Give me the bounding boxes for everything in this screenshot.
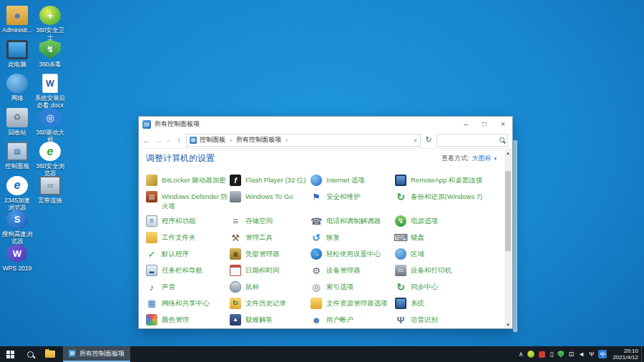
control-panel-item[interactable]: ▤ Windows Defender 防火墙 [146, 191, 230, 210]
breadcrumb-control-panel[interactable]: 控制面板 [200, 135, 225, 145]
control-panel-item[interactable]: RemoteApp 和桌面连接 [395, 175, 497, 186]
shield-tray-icon[interactable] [557, 351, 564, 358]
control-panel-item[interactable]: ▲ 疑难解答 [230, 314, 311, 326]
file-explorer-button[interactable] [40, 346, 60, 362]
task-button-control-panel[interactable]: ▤ 所有控制面板项 [63, 346, 130, 362]
ime-tray-icon[interactable]: 中 [598, 350, 607, 358]
control-panel-item[interactable]: ↺ 恢复 [311, 232, 395, 243]
desktop-icon[interactable]: ↯ 360杀毒 [34, 40, 67, 74]
bitlocker-icon [146, 175, 157, 186]
control-panel-item[interactable]: 日期和时间 [230, 265, 311, 276]
volume-tray-icon[interactable]: ◄ [578, 351, 585, 358]
search-input[interactable] [440, 135, 499, 145]
view-by-caret-icon[interactable]: ▾ [494, 156, 497, 162]
view-by-value[interactable]: 大图标 [472, 154, 491, 163]
control-panel-item[interactable]: f Flash Player (32 位) [230, 175, 311, 186]
control-panel-item-label: 设备管理器 [326, 265, 361, 275]
network-sharing-icon: ▦ [146, 298, 157, 309]
taskbar-search-button[interactable] [20, 346, 40, 362]
desktop-icon[interactable]: W WPS 2019 [1, 244, 34, 278]
devices-printers-icon: ▭ [395, 265, 406, 276]
control-panel-item[interactable]: Ψ 语音识别 [395, 314, 497, 326]
360-safeguard-icon: + [39, 6, 61, 25]
control-panel-item[interactable]: Internet 选项 [311, 175, 395, 186]
desktop-icon[interactable]: W 系统安装后必看.docx [34, 74, 67, 108]
forward-button[interactable]: → [154, 136, 164, 145]
display-tray-icon[interactable]: ⊡ [568, 351, 574, 358]
desktop-icon[interactable]: e 360安全浏览器 [34, 142, 67, 176]
control-panel-item[interactable]: ☎ 电话和调制解调器 [311, 215, 395, 227]
remoteapp-icon [395, 175, 406, 186]
hidden-icons-chevron[interactable]: ∧ [519, 351, 524, 358]
desktop-icon[interactable]: + 360安全卫士 [34, 6, 67, 40]
control-panel-item[interactable]: ◎ 索引选项 [311, 281, 395, 293]
control-panel-item[interactable]: ▣ 凭据管理器 [230, 248, 311, 260]
control-panel-item[interactable]: BitLocker 驱动器加密 [146, 175, 230, 186]
usb-tray-icon[interactable]: Ψ [589, 351, 595, 358]
control-panel-item-label: 鼠标 [245, 281, 259, 291]
control-panel-item[interactable]: ↯ 电源选项 [395, 215, 497, 227]
control-panel-item[interactable]: ≡ 存储空间 [230, 215, 311, 227]
control-panel-item-label: 键盘 [411, 232, 424, 242]
search-box[interactable] [436, 134, 508, 147]
control-panel-item[interactable]: 鼠标 [230, 281, 311, 293]
back-button[interactable]: ← [142, 136, 152, 145]
address-dropdown-chevron[interactable]: ∨ [414, 137, 417, 143]
control-panel-item[interactable]: 工作文件夹 [146, 232, 230, 243]
control-panel-item[interactable]: ▭ 设备和打印机 [395, 265, 497, 276]
control-panel-item[interactable]: 系统 [395, 298, 497, 309]
desktop-icon[interactable]: ▭ 宽带连接 [34, 176, 67, 210]
scrollbar-thumb[interactable] [505, 171, 511, 251]
desktop-icon[interactable]: e 2345加速浏览器 [1, 176, 34, 210]
desktop-icon[interactable]: S 搜狗高速浏览器 [1, 210, 34, 244]
close-button[interactable]: × [494, 117, 512, 132]
control-panel-item[interactable]: ⚒ 管理工具 [230, 232, 311, 243]
control-panel-item[interactable]: Windows To Go [230, 191, 311, 210]
maximize-button[interactable]: □ [475, 117, 494, 132]
control-panel-item[interactable]: ↻ 备份和还原(Windows 7) [395, 191, 497, 210]
control-panel-item[interactable]: ♪ 声音 [146, 281, 230, 293]
desktop-icon[interactable]: ♻ 回收站 [1, 108, 34, 142]
control-panel-item[interactable]: ⚑ 安全和维护 [311, 191, 395, 210]
desktop-icon[interactable]: 此电脑 [1, 40, 34, 74]
desktop-icon[interactable]: ▤ 控制面板 [1, 142, 34, 176]
control-panel-item[interactable]: 颜色管理 [146, 314, 230, 326]
control-panel-item[interactable]: ⌨ 键盘 [395, 232, 497, 243]
vertical-scrollbar[interactable]: ▲ ▼ [504, 150, 512, 328]
view-by-label: 查看方式: [441, 154, 469, 163]
mouse-icon [230, 281, 241, 293]
up-button[interactable]: ↑ [174, 136, 184, 145]
control-panel-item[interactable]: ⚙ 设备管理器 [311, 265, 395, 276]
address-box[interactable]: ▤ 控制面板 › 所有控制面板项 › ∨ [186, 134, 421, 147]
control-panel-item-label: 文件资源管理器选项 [326, 298, 388, 308]
desktop-icon[interactable]: 网络 [1, 74, 34, 108]
scroll-up-arrow-icon[interactable]: ▲ [504, 150, 512, 156]
control-panel-item[interactable]: ▦ 网络和共享中心 [146, 298, 230, 309]
control-panel-item[interactable]: ↻ 同步中心 [395, 281, 497, 293]
phone-tray-icon[interactable]: ▯ [550, 351, 553, 358]
minimize-button[interactable]: – [457, 117, 475, 132]
refresh-button[interactable]: ↻ [423, 135, 434, 145]
control-panel-item[interactable]: ✓ 默认程序 [146, 248, 230, 260]
360-tray-icon[interactable] [527, 351, 535, 358]
recent-locations-dropdown[interactable]: ⌄ [166, 137, 172, 143]
show-desktop-button[interactable] [641, 346, 644, 362]
control-panel-item[interactable]: 文件资源管理器选项 [311, 298, 395, 309]
control-panel-item[interactable]: ▂ 任务栏和导航 [146, 265, 230, 276]
control-panel-item[interactable]: ↻ 文件历史记录 [230, 298, 311, 309]
desktop-icon[interactable]: ☻ Administr... [1, 6, 34, 40]
scroll-down-arrow-icon[interactable]: ▼ [504, 321, 512, 328]
sogou-browser-icon: S [6, 210, 28, 229]
breadcrumb-all-items[interactable]: 所有控制面板项 [236, 135, 281, 145]
desktop-icon[interactable]: ◎ 360驱动大师 [34, 108, 67, 142]
title-bar[interactable]: ▤ 所有控制面板项 – □ × [139, 117, 512, 132]
address-location-icon: ▤ [190, 137, 197, 144]
start-button[interactable] [0, 346, 20, 362]
control-panel-item[interactable]: ☻ 用户帐户 [311, 314, 395, 326]
control-panel-item[interactable]: ≡ 程序和功能 [146, 215, 230, 227]
control-panel-item[interactable]: 区域 [395, 248, 497, 260]
control-panel-item[interactable]: → 轻松使用设置中心 [311, 248, 395, 260]
taskbar-clock[interactable]: 20:10 2021/4/12 [610, 348, 641, 361]
control-panel-item-label: 程序和功能 [162, 215, 196, 225]
security-alert-tray-icon[interactable] [539, 351, 545, 358]
